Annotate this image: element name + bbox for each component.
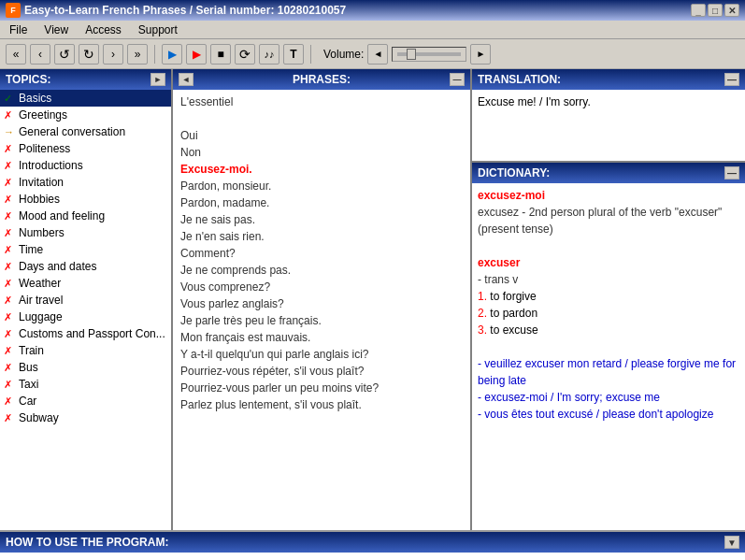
phrase-item[interactable]: Je ne sais pas. [180, 211, 463, 228]
topic-item[interactable]: ✗Taxi [0, 376, 171, 393]
dict-entry: - excusez-moi / I'm sorry; excuse me [478, 389, 739, 406]
topic-label: Air travel [19, 294, 63, 307]
topics-title: TOPICS: [6, 73, 50, 86]
topic-item[interactable]: ✗Mood and feeling [0, 208, 171, 224]
dictionary-collapse[interactable]: — [724, 166, 739, 179]
topic-item[interactable]: ✗Subway [0, 409, 171, 426]
phrases-list[interactable]: L'essentiel OuiNonExcusez-moi.Pardon, mo… [173, 90, 470, 530]
phrase-item[interactable]: Vous parlez anglais? [180, 295, 463, 312]
topic-item[interactable]: ✗Car [0, 393, 171, 409]
topic-item[interactable]: ✗Time [0, 241, 171, 258]
app-icon: F [6, 3, 21, 18]
toolbar-first[interactable]: « [6, 44, 26, 65]
phrase-item[interactable]: Pardon, monsieur. [180, 178, 463, 194]
minimize-button[interactable]: _ [691, 4, 706, 17]
toolbar-text[interactable]: T [283, 44, 304, 65]
topic-label: Customs and Passport Con... [19, 327, 165, 340]
dict-entry: 2. to pardon [478, 305, 739, 322]
topic-item[interactable]: ✗Politeness [0, 140, 171, 157]
toolbar-redo[interactable]: ↻ [79, 44, 99, 65]
volume-right[interactable]: ► [470, 44, 491, 65]
topic-label: Subway [19, 411, 59, 424]
topic-item[interactable]: ✗Customs and Passport Con... [0, 325, 171, 342]
dictionary-panel: DICTIONARY: — excusez-moiexcusez - 2nd p… [472, 163, 745, 530]
phrase-item[interactable]: Pardon, madame. [180, 194, 463, 211]
topic-item[interactable]: ✗Numbers [0, 224, 171, 241]
how-to-collapse[interactable]: ▼ [724, 536, 739, 549]
how-to-header: HOW TO USE THE PROGRAM: ▼ [0, 532, 745, 553]
topic-item[interactable]: ✗Air travel [0, 292, 171, 309]
menu-file[interactable]: File [6, 22, 31, 37]
close-button[interactable]: ✕ [724, 4, 739, 17]
topic-item[interactable]: ✗Days and dates [0, 258, 171, 275]
topic-item[interactable]: →General conversation [0, 123, 171, 140]
topic-label: Car [19, 395, 36, 408]
topics-header: TOPICS: ► [0, 69, 171, 90]
topic-item[interactable]: ✗Bus [0, 359, 171, 376]
phrase-item[interactable]: Je n'en sais rien. [180, 228, 463, 245]
topics-nav-button[interactable]: ► [150, 73, 165, 86]
toolbar-play-red[interactable]: ▶ [186, 44, 207, 65]
topic-label: Days and dates [19, 260, 96, 273]
phrase-item[interactable]: Pourriez-vous parler un peu moins vite? [180, 380, 463, 396]
translation-panel: TRANSLATION: — Excuse me! / I'm sorry. [472, 69, 745, 163]
topic-label: Introductions [19, 159, 83, 172]
topic-item[interactable]: ✗Weather [0, 275, 171, 292]
phrase-item[interactable]: Y a-t-il quelqu'un qui parle anglais ici… [180, 346, 463, 363]
toolbar-audio[interactable]: ♪♪ [259, 44, 279, 65]
phrase-item[interactable]: Vous comprenez? [180, 279, 463, 295]
maximize-button[interactable]: □ [708, 4, 723, 17]
title-text: Easy-to-Learn French Phrases / Serial nu… [24, 4, 346, 17]
topic-label: General conversation [19, 125, 125, 138]
topic-label: Greetings [19, 108, 67, 122]
topic-item[interactable]: ✗Train [0, 342, 171, 359]
menu-view[interactable]: View [40, 22, 72, 37]
translation-collapse[interactable]: — [724, 73, 739, 86]
topic-item[interactable]: ✗Greetings [0, 107, 171, 123]
toolbar-prev-word[interactable]: ‹ [30, 44, 50, 65]
topic-item[interactable]: ✗Luggage [0, 309, 171, 325]
topic-item[interactable]: ✓Basics [0, 90, 171, 107]
phrase-item[interactable]: L'essentiel [180, 93, 463, 110]
toolbar-undo[interactable]: ↺ [54, 44, 75, 65]
phrase-item[interactable]: Je parle très peu le français. [180, 312, 463, 329]
toolbar-last[interactable]: » [127, 44, 148, 65]
dict-entry: 1. to forgive [478, 288, 739, 305]
toolbar: « ‹ ↺ ↻ › » ▶ ▶ ■ ⟳ ♪♪ T Volume: ◄ ► [0, 39, 745, 69]
menu-support[interactable]: Support [135, 22, 181, 37]
phrase-item[interactable]: Mon français est mauvais. [180, 329, 463, 346]
phrase-item[interactable]: Parlez plus lentement, s'il vous plaît. [180, 396, 463, 413]
phrase-item[interactable]: Excusez-moi. [180, 161, 463, 178]
topic-item[interactable]: ✗Hobbies [0, 191, 171, 208]
how-to-title: HOW TO USE THE PROGRAM: [6, 536, 168, 549]
right-panels: TRANSLATION: — Excuse me! / I'm sorry. D… [472, 69, 745, 530]
volume-slider[interactable] [392, 47, 466, 62]
toolbar-repeat[interactable]: ⟳ [235, 44, 255, 65]
topics-panel: TOPICS: ► ✓Basics✗Greetings→General conv… [0, 69, 173, 530]
menu-access[interactable]: Access [81, 22, 125, 37]
topics-list[interactable]: ✓Basics✗Greetings→General conversation✗P… [0, 90, 171, 530]
phrase-item[interactable]: Pourriez-vous répéter, s'il vous plaît? [180, 363, 463, 380]
toolbar-stop[interactable]: ■ [210, 44, 231, 65]
topic-label: Time [19, 243, 43, 256]
topic-item[interactable]: ✗Introductions [0, 157, 171, 174]
phrase-item[interactable]: Non [180, 144, 463, 161]
dictionary-title: DICTIONARY: [478, 166, 550, 179]
toolbar-play[interactable]: ▶ [162, 44, 182, 65]
topic-item[interactable]: ✗Invitation [0, 174, 171, 191]
sep1 [154, 45, 155, 64]
dict-entry: - vous êtes tout excusé / please don't a… [478, 406, 739, 423]
topic-label: Politeness [19, 142, 70, 155]
menu-bar: File View Access Support [0, 21, 745, 39]
phrase-item[interactable]: Oui [180, 127, 463, 144]
toolbar-next-word[interactable]: › [103, 44, 123, 65]
volume-left[interactable]: ◄ [367, 44, 388, 65]
phrase-item[interactable] [180, 110, 463, 127]
dict-entry: excusez-moi [478, 187, 739, 204]
phrase-item[interactable]: Comment? [180, 245, 463, 262]
phrase-item[interactable]: Je ne comprends pas. [180, 262, 463, 279]
phrases-nav-left[interactable]: ◄ [179, 73, 193, 86]
main-area: TOPICS: ► ✓Basics✗Greetings→General conv… [0, 69, 745, 532]
phrases-nav-right[interactable]: — [450, 73, 465, 86]
how-to-content: To play back a word just click over the … [0, 553, 745, 560]
